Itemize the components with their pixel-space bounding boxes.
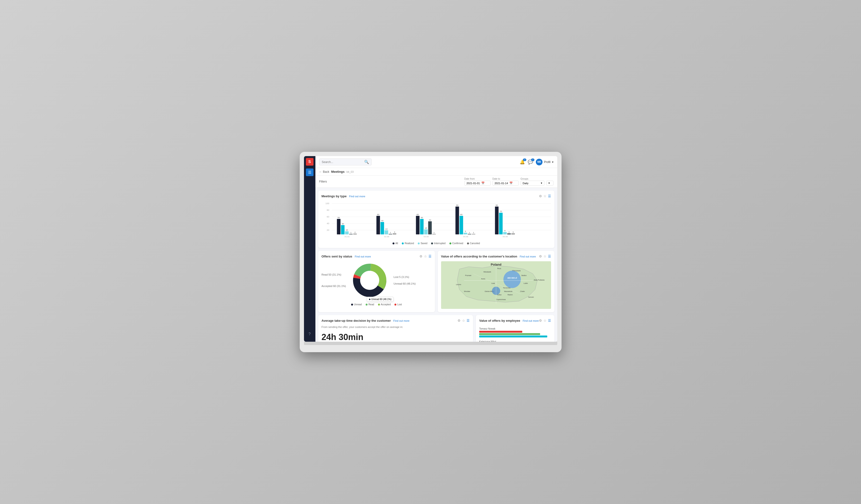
legend-dot-all (393, 242, 394, 244)
svg-text:50: 50 (338, 216, 340, 219)
legend-dot-realized (402, 242, 404, 244)
notifications-btn-2[interactable]: 💬 7 (528, 159, 533, 165)
svg-text:Konin: Konin (481, 278, 485, 280)
date-to-input[interactable]: 2021-01-14 📅 (492, 181, 519, 186)
svg-text:Częstochowa: Częstochowa (496, 299, 506, 300)
donut-hole (360, 271, 379, 290)
map-star-icon[interactable]: ☆ (544, 254, 547, 258)
notifications-badge-1: 3 (523, 158, 526, 161)
svg-text:Mazowiecki: Mazowiecki (504, 291, 512, 292)
bar-g2-interrupted (388, 234, 392, 234)
list-icon[interactable]: ☰ (548, 194, 551, 198)
star-icon[interactable]: ☆ (544, 194, 547, 198)
map-card: Value of offers according to the custome… (438, 251, 555, 312)
date-from-input[interactable]: 2021-01-01 📅 (464, 181, 491, 186)
meetings-bar-chart: 100 80 60 40 20 50 (322, 201, 551, 240)
employee-name-1: Tomasz Nowak (479, 327, 551, 330)
offers-title: Offers sent by status (322, 255, 352, 258)
avg-time-title-group: Average take-up time decision by the cus… (322, 318, 410, 323)
meetings-chart-card: Meetings by type Find out more ⚙ ☆ ☰ (318, 191, 555, 248)
avg-time-title: Average take-up time decision by the cus… (322, 319, 391, 322)
bar-g1-realized (341, 225, 344, 234)
svg-text:90: 90 (456, 204, 459, 206)
tooltip-dot (369, 299, 370, 300)
map-title-group: Value of offers according to the custome… (441, 254, 536, 258)
dashboard-content: Meetings by type Find out more ⚙ ☆ ☰ (315, 188, 557, 342)
emp-settings-icon[interactable]: ⚙ (539, 319, 542, 322)
offers-legend: Unread Read Accepted (322, 303, 432, 306)
content-area[interactable]: ← Back Meetings bit_03 Filters Date from (315, 168, 557, 342)
search-box[interactable]: 🔍 (319, 158, 372, 165)
svg-text:Włocławek: Włocławek (483, 271, 491, 273)
meetings-card-actions: ⚙ ☆ ☰ (539, 194, 551, 198)
settings-icon[interactable]: ⚙ (539, 194, 542, 198)
map-list-icon[interactable]: ☰ (548, 254, 551, 258)
employee-offers-header: Value of offers by employee Find out mor… (479, 318, 551, 323)
calendar-icon-2: 📅 (509, 182, 513, 185)
svg-text:42: 42 (429, 219, 431, 221)
svg-text:13: 13 (385, 228, 387, 230)
chevron-down-icon: ▾ (552, 160, 554, 164)
offers-settings-icon[interactable]: ⚙ (420, 254, 423, 258)
avg-time-header: Average take-up time decision by the cus… (322, 318, 470, 323)
bar-g1-canceled (353, 234, 357, 234)
offers-list-icon[interactable]: ☰ (428, 254, 432, 258)
avg-star-icon[interactable]: ☆ (462, 319, 465, 322)
employee-find-out-more[interactable]: Find out more (523, 319, 539, 322)
legend-label-lost-text: Lost (397, 303, 402, 306)
avg-list-icon[interactable]: ☰ (467, 319, 470, 322)
bar-g4-realized (460, 216, 463, 234)
legend-dot-unread (351, 304, 353, 306)
map-find-out-more[interactable]: Find out more (520, 255, 536, 258)
sidebar-item-home[interactable]: ☰ (306, 168, 314, 176)
calendar-icon: 📅 (481, 182, 485, 185)
bar-g1-all (337, 219, 340, 234)
bar-g5-canceled (511, 234, 515, 234)
nav-bar: ← Back Meetings bit_03 (315, 168, 557, 176)
map-settings-icon[interactable]: ⚙ (539, 254, 542, 258)
groups-value: Daily (523, 182, 529, 185)
app-container: S ☰ ? 🔍 🔔 3 (304, 156, 557, 342)
groups-select[interactable]: Daily ▾ (521, 181, 544, 186)
breadcrumb-title: Meetings (331, 170, 344, 173)
employee-bar-group-1 (479, 331, 551, 337)
legend-interrupted: Interrupted (431, 242, 446, 244)
svg-text:1: 1 (350, 232, 351, 234)
offers-star-icon[interactable]: ☆ (424, 254, 427, 258)
emp-star-icon[interactable]: ☆ (544, 319, 547, 322)
sidebar-logo[interactable]: S (306, 158, 314, 166)
svg-text:03.08: 03.08 (423, 236, 429, 238)
legend-label-canceled: Canceled (470, 242, 480, 244)
svg-text:1: 1 (469, 232, 470, 234)
emp-list-icon[interactable]: ☰ (548, 319, 551, 322)
notifications-badge-2: 7 (531, 158, 534, 161)
date-from-value: 2021-01-01 (467, 182, 480, 185)
svg-text:70: 70 (500, 210, 502, 212)
chevron-down-icon-2: ▾ (541, 182, 542, 185)
laptop-bottom-bar (304, 342, 557, 345)
back-arrow-icon: ← (319, 170, 322, 173)
bar-g3-saved (424, 229, 427, 234)
employee-card-actions: ⚙ ☆ ☰ (539, 319, 551, 322)
svg-text:60: 60 (327, 215, 329, 218)
emp-bar-1-red (479, 331, 522, 333)
svg-text:Poznań: Poznań (465, 275, 471, 277)
back-button[interactable]: ← Back (319, 170, 329, 173)
sidebar-item-help[interactable]: ? (306, 330, 314, 338)
avg-settings-icon[interactable]: ⚙ (457, 319, 461, 322)
svg-text:Biała Podlaska: Biała Podlaska (534, 279, 544, 281)
avg-time-find-out-more[interactable]: Find out more (393, 319, 409, 322)
donut-label-accepted: Accepted 60 (31.1%) (322, 284, 346, 288)
svg-text:Siedlce: Siedlce (521, 275, 526, 276)
extra-filter-btn[interactable]: ▾ (546, 181, 554, 186)
offers-find-out-more[interactable]: Find out more (355, 255, 371, 258)
meetings-find-out-more[interactable]: Find out more (349, 195, 365, 198)
bar-g3-all (416, 216, 420, 234)
notifications-btn-1[interactable]: 🔔 3 (520, 159, 525, 165)
svg-text:40: 40 (327, 222, 329, 225)
legend-saved: Saved (418, 242, 427, 244)
svg-text:10: 10 (346, 229, 348, 231)
legend-lost: Lost (394, 303, 402, 306)
search-input[interactable] (322, 160, 363, 164)
profile-button[interactable]: MB Profil ▾ (536, 159, 553, 165)
